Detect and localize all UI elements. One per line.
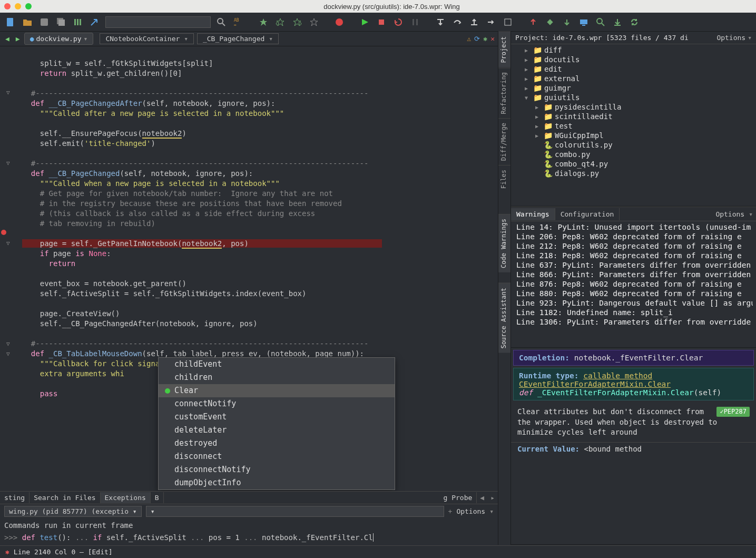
debug-stop-icon[interactable] xyxy=(375,16,388,28)
replace-icon[interactable]: AB↔ xyxy=(232,16,244,28)
tab-debug-probe[interactable]: g Probe xyxy=(439,492,477,503)
tab-bookmarks[interactable]: B xyxy=(151,492,164,503)
warning-row[interactable]: Line 880: Pep8: W602 deprecated form of … xyxy=(514,289,753,298)
download-icon[interactable] xyxy=(611,16,624,28)
tab-search-in-files[interactable]: Search in Files xyxy=(30,492,100,503)
project-tree[interactable]: ▶📁diff▶📁docutils▶📁edit▶📁external▶📁guimgr… xyxy=(511,44,756,206)
debug-options[interactable]: Options xyxy=(456,507,485,515)
nav-fwd-icon[interactable]: ▶ xyxy=(14,34,22,44)
vtab-files[interactable]: Files xyxy=(498,165,510,193)
maximize-window[interactable] xyxy=(25,3,32,9)
autocomplete-item[interactable]: Clear xyxy=(159,384,395,397)
next-bookmark-icon[interactable] xyxy=(291,16,303,28)
warning-icon[interactable]: ⚠ xyxy=(467,35,472,43)
folder-item[interactable]: ▶📁edit xyxy=(514,64,753,74)
tab-testing[interactable]: sting xyxy=(0,492,30,503)
folder-item[interactable]: ▶📁WGuiCppImpl xyxy=(514,131,753,140)
autocomplete-item[interactable]: children xyxy=(159,371,395,384)
step-into-icon[interactable] xyxy=(434,16,447,28)
new-file-icon[interactable] xyxy=(4,16,17,28)
frame-icon[interactable] xyxy=(544,16,556,28)
tab-warnings[interactable]: Warnings xyxy=(511,208,555,220)
debug-restart-icon[interactable] xyxy=(392,16,405,28)
breakpoint-icon[interactable] xyxy=(333,16,346,28)
autocomplete-item[interactable]: dumpObjectInfo xyxy=(159,476,395,490)
vtab-code-warnings[interactable]: Code Warnings xyxy=(498,214,510,272)
warning-row[interactable]: Line 14: PyLint: Unused import itertools… xyxy=(514,222,753,232)
goto-icon[interactable] xyxy=(89,16,101,28)
tab-configuration[interactable]: Configuration xyxy=(555,208,620,220)
fold-marker[interactable]: ▽ xyxy=(6,158,10,168)
minimize-window[interactable] xyxy=(15,3,21,9)
code-editor[interactable]: ▽ ▽ ▽ ▽ ▽ split_w = self._fGtkSplitWidge… xyxy=(0,46,498,491)
step-out-icon[interactable] xyxy=(468,16,480,28)
fold-marker[interactable]: ▽ xyxy=(6,339,10,349)
prev-bookmark-icon[interactable] xyxy=(274,16,287,28)
open-folder-icon[interactable] xyxy=(21,16,34,28)
sync-icon[interactable]: ⟳ xyxy=(474,35,480,43)
file-item[interactable]: 🐍dialogs.py xyxy=(514,169,753,178)
folder-item[interactable]: ▶📁guimgr xyxy=(514,83,753,93)
warning-row[interactable]: Line 1306: PyLint: Parameters differ fro… xyxy=(514,317,753,327)
autocomplete-item[interactable]: connectNotify xyxy=(159,397,395,410)
warning-row[interactable]: Line 866: PyLint: Parameters differ from… xyxy=(514,270,753,279)
frame-down-icon[interactable] xyxy=(561,16,573,28)
vtab-diff-merge[interactable]: Diff/Merge xyxy=(498,118,510,165)
warning-row[interactable]: Line 212: Pep8: W602 deprecated form of … xyxy=(514,241,753,251)
file-item[interactable]: 🐍combo.py xyxy=(514,150,753,159)
thread-selector[interactable]: ▾ xyxy=(146,506,444,517)
fold-marker[interactable]: ▽ xyxy=(6,349,10,359)
debug-run-icon[interactable] xyxy=(358,16,371,28)
autocomplete-item[interactable]: disconnectNotify xyxy=(159,463,395,476)
warning-row[interactable]: Line 923: PyLint: Dangerous default valu… xyxy=(514,298,753,308)
vtab-project[interactable]: Project xyxy=(498,32,510,67)
warnings-list[interactable]: Line 14: PyLint: Unused import itertools… xyxy=(511,221,756,347)
close-tab-icon[interactable]: ✕ xyxy=(490,35,495,43)
folder-item[interactable]: ▶📁scintillaedit xyxy=(514,112,753,121)
folder-item[interactable]: ▶📁docutils xyxy=(514,55,753,64)
warning-row[interactable]: Line 637: PyLint: Parameters differ from… xyxy=(514,260,753,270)
close-window[interactable] xyxy=(4,3,11,9)
indent-icon[interactable] xyxy=(72,16,84,28)
refresh-icon[interactable] xyxy=(628,16,641,28)
vtab-source-assistant[interactable]: Source Assistant xyxy=(498,283,510,353)
frame-selector[interactable]: wing.py (pid 85777) (exceptio ▾ xyxy=(4,506,142,517)
breadcrumb-method[interactable]: _CB_PageChanged ▾ xyxy=(197,33,279,44)
warning-row[interactable]: Line 206: Pep8: W602 deprecated form of … xyxy=(514,232,753,241)
step-over-icon[interactable] xyxy=(451,16,464,28)
warning-row[interactable]: Line 876: Pep8: W602 deprecated form of … xyxy=(514,279,753,289)
tab-nav-left-icon[interactable]: ◀ xyxy=(477,494,487,502)
file-tab-dockview[interactable]: ● dockview.py ▾ xyxy=(24,33,94,45)
vtab-refactoring[interactable]: Refactoring xyxy=(498,67,510,118)
fold-marker[interactable]: ▽ xyxy=(6,238,10,248)
save-all-icon[interactable] xyxy=(55,16,67,28)
warning-row[interactable]: Line 1182: Undefined name: split_i xyxy=(514,308,753,317)
folder-item[interactable]: ▶📁diff xyxy=(514,45,753,55)
step-return-icon[interactable] xyxy=(485,16,497,28)
folder-item[interactable]: ▶📁test xyxy=(514,121,753,131)
find-symbol-icon[interactable] xyxy=(594,16,607,28)
debug-console[interactable]: Commands run in current frame >>> def te… xyxy=(0,518,498,545)
autocomplete-item[interactable]: deleteLater xyxy=(159,424,395,437)
toolbar-search[interactable] xyxy=(105,16,211,28)
autocomplete-item[interactable]: childEvent xyxy=(159,358,395,371)
autocomplete-item[interactable]: destroyed xyxy=(159,437,395,450)
autocomplete-item[interactable]: customEvent xyxy=(159,410,395,424)
warnings-options[interactable]: Options xyxy=(715,210,749,218)
folder-item[interactable]: ▶📁external xyxy=(514,74,753,83)
file-item[interactable]: 🐍colorutils.py xyxy=(514,140,753,150)
save-icon[interactable] xyxy=(38,16,51,28)
tab-nav-right-icon[interactable]: ▸ xyxy=(487,494,498,502)
search-icon[interactable] xyxy=(215,16,228,28)
monitor-icon[interactable] xyxy=(577,16,590,28)
run-to-cursor-icon[interactable] xyxy=(502,16,514,28)
breakpoint-marker[interactable] xyxy=(1,230,6,235)
tab-exceptions[interactable]: Exceptions xyxy=(101,492,151,503)
add-icon[interactable]: + xyxy=(448,507,453,515)
nav-back-icon[interactable]: ◀ xyxy=(3,34,12,44)
bug-icon[interactable]: ✱ xyxy=(483,35,487,43)
fold-marker[interactable]: ▽ xyxy=(6,87,10,97)
project-options[interactable]: Options xyxy=(716,34,745,42)
folder-item[interactable]: ▼📁guiutils xyxy=(514,93,753,102)
file-item[interactable]: 🐍combo_qt4.py xyxy=(514,159,753,169)
